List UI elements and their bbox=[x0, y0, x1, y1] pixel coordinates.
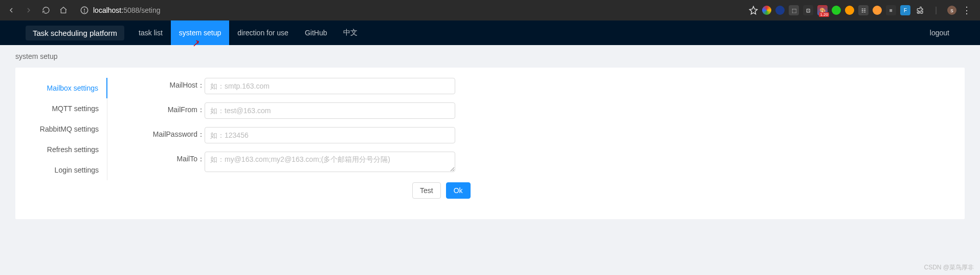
nav-tab-github[interactable]: GitHub bbox=[297, 20, 336, 45]
back-button[interactable] bbox=[4, 3, 18, 17]
app-header: Task scheduling platform task list syste… bbox=[0, 20, 980, 45]
extension-icon[interactable] bbox=[762, 6, 771, 15]
svg-point-1 bbox=[84, 12, 85, 12]
extension-icon[interactable]: ⊡ bbox=[803, 5, 813, 15]
ok-button[interactable]: Ok bbox=[446, 182, 471, 199]
extension-icon[interactable]: ⬚ bbox=[789, 5, 799, 15]
browser-right-icons: ⬚ ⊡ 🎨1.20 ☷ ≡ F | s ⋮ bbox=[749, 3, 976, 17]
extension-icon[interactable] bbox=[832, 6, 841, 15]
extensions-menu-icon[interactable] bbox=[915, 5, 925, 15]
forward-button[interactable] bbox=[21, 3, 36, 17]
side-tab-refresh[interactable]: Refresh settings bbox=[31, 139, 107, 160]
side-tabs: Mailbox settings MQTT settings RabbitMQ … bbox=[31, 78, 107, 199]
content-card: Mailbox settings MQTT settings RabbitMQ … bbox=[15, 68, 965, 219]
site-info-icon[interactable] bbox=[80, 6, 89, 15]
nav-tab-task-list[interactable]: task list bbox=[130, 20, 171, 45]
extension-icon[interactable]: ☷ bbox=[858, 5, 868, 15]
url-path: 5088/seting bbox=[123, 6, 160, 14]
bookmark-star-icon[interactable] bbox=[749, 6, 758, 15]
extension-icon[interactable] bbox=[845, 6, 854, 15]
label-mailto: MailTo： bbox=[128, 152, 205, 164]
reload-button[interactable] bbox=[39, 3, 53, 17]
extension-icon[interactable]: F bbox=[900, 5, 910, 15]
breadcrumb: system setup bbox=[0, 45, 980, 68]
settings-form: MailHost： MailFrom： MailPassword： MailTo… bbox=[107, 78, 496, 199]
brand-title: Task scheduling platform bbox=[26, 26, 124, 40]
extension-icon[interactable]: 🎨1.20 bbox=[817, 5, 828, 15]
annotation-arrow-icon bbox=[192, 38, 202, 49]
label-mailhost: MailHost： bbox=[128, 78, 205, 90]
label-mailpassword: MailPassword： bbox=[128, 127, 205, 139]
nav-tab-lang[interactable]: 中文 bbox=[335, 20, 366, 45]
side-tab-rabbitmq[interactable]: RabbitMQ settings bbox=[31, 119, 107, 139]
extension-icon[interactable] bbox=[873, 6, 882, 15]
divider: | bbox=[929, 3, 943, 17]
profile-avatar[interactable]: s bbox=[947, 6, 956, 15]
label-mailfrom: MailFrom： bbox=[128, 102, 205, 115]
input-mailfrom[interactable] bbox=[205, 102, 455, 119]
nav-tab-direction[interactable]: direction for use bbox=[229, 20, 297, 45]
logout-link[interactable]: logout bbox=[925, 29, 954, 37]
test-button[interactable]: Test bbox=[412, 182, 441, 199]
nav-tab-system-setup[interactable]: system setup bbox=[171, 20, 229, 45]
browser-toolbar: localhost: 5088/seting ⬚ ⊡ 🎨1.20 ☷ ≡ F |… bbox=[0, 0, 980, 20]
side-tab-mailbox[interactable]: Mailbox settings bbox=[31, 78, 107, 98]
extension-badge: 1.20 bbox=[819, 12, 829, 17]
side-tab-login[interactable]: Login settings bbox=[31, 160, 107, 180]
extension-icon[interactable]: ≡ bbox=[886, 5, 896, 15]
address-bar[interactable]: localhost: 5088/seting bbox=[76, 4, 165, 17]
url-host: localhost: bbox=[93, 6, 123, 14]
side-tab-mqtt[interactable]: MQTT settings bbox=[31, 98, 107, 119]
browser-menu-icon[interactable]: ⋮ bbox=[961, 5, 973, 16]
textarea-mailto[interactable] bbox=[205, 152, 455, 172]
nav-tabs: task list system setup direction for use… bbox=[130, 20, 366, 45]
home-button[interactable] bbox=[56, 3, 71, 17]
input-mailpassword[interactable] bbox=[205, 127, 455, 143]
extension-icon[interactable] bbox=[775, 6, 785, 15]
input-mailhost[interactable] bbox=[205, 78, 455, 94]
